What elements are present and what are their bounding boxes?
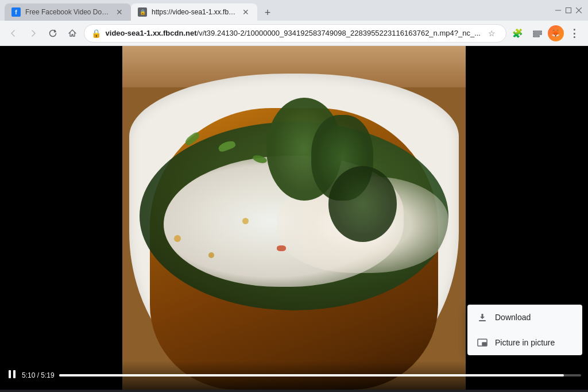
svg-rect-5	[533, 33, 541, 34]
svg-rect-6	[533, 36, 539, 37]
context-menu-pip[interactable]: Picture in picture	[467, 330, 582, 355]
tab-title-facebook: Free Facebook Video Downloade...	[25, 8, 110, 16]
menu-button[interactable]: ⋮	[565, 24, 583, 43]
address-bar[interactable]: 🔒 video-sea1-1.xx.fbcdn.net/v/t39.24130-…	[84, 24, 506, 43]
svg-rect-10	[9, 370, 11, 378]
context-menu-download[interactable]: Download	[467, 305, 582, 330]
tab-bar: f Free Facebook Video Downloade... ✕ 🔒 h…	[5, 0, 549, 21]
play-pause-button[interactable]	[7, 369, 17, 382]
tab-video[interactable]: 🔒 https://video-sea1-1.xx.fbcd... ✕	[131, 3, 257, 21]
profile-avatar[interactable]: 🦊	[548, 25, 564, 41]
tab-facebook[interactable]: f Free Facebook Video Downloade... ✕	[5, 3, 131, 21]
window-controls	[554, 6, 583, 15]
download-icon	[477, 312, 488, 323]
svg-rect-9	[482, 343, 486, 345]
video-container: Download Picture in picture 5:10 / 5:19	[0, 46, 588, 390]
add-tab-button[interactable]: +	[260, 5, 276, 21]
time-display: 5:10 / 5:19	[22, 371, 55, 379]
forward-button[interactable]	[24, 24, 41, 43]
tab-close-video[interactable]: ✕	[241, 7, 250, 17]
tab-favicon-facebook: f	[11, 7, 21, 17]
pip-label: Picture in picture	[495, 338, 555, 347]
extensions-button[interactable]: 🧩	[509, 24, 527, 43]
address-text: video-sea1-1.xx.fbcdn.net/v/t39.24130-2/…	[106, 29, 481, 37]
tab-title-video: https://video-sea1-1.xx.fbcd...	[152, 8, 237, 16]
back-button[interactable]	[5, 24, 22, 43]
tab-favicon-video: 🔒	[138, 7, 147, 17]
svg-rect-11	[13, 370, 16, 378]
toolbar-right: 🧩 🦊 ⋮	[509, 24, 583, 43]
svg-rect-7	[479, 320, 486, 321]
download-label: Download	[495, 313, 531, 322]
home-button[interactable]	[64, 24, 81, 43]
title-bar: f Free Facebook Video Downloade... ✕ 🔒 h…	[0, 0, 588, 21]
progress-bar[interactable]	[59, 374, 581, 376]
svg-rect-0	[555, 10, 561, 11]
video-frame	[122, 46, 466, 390]
security-icon: 🔒	[91, 29, 101, 38]
close-button[interactable]	[574, 6, 583, 15]
account-button[interactable]	[528, 24, 547, 43]
reload-button[interactable]	[44, 24, 61, 43]
svg-rect-4	[533, 31, 541, 32]
maximize-button[interactable]	[564, 6, 573, 15]
tab-close-facebook[interactable]: ✕	[115, 7, 124, 17]
bookmark-star-icon[interactable]: ☆	[485, 26, 499, 40]
video-controls: 5:10 / 5:19	[0, 361, 588, 390]
address-domain: video-sea1-1.xx.fbcdn.net	[106, 29, 197, 37]
address-path: /v/t39.24130-2/10000000_934192583749098_…	[197, 29, 481, 37]
nav-bar: 🔒 video-sea1-1.xx.fbcdn.net/v/t39.24130-…	[0, 21, 588, 46]
svg-rect-1	[566, 8, 571, 13]
minimize-button[interactable]	[554, 6, 563, 15]
progress-fill	[59, 374, 564, 376]
pip-icon	[477, 337, 488, 348]
browser-chrome: f Free Facebook Video Downloade... ✕ 🔒 h…	[0, 0, 588, 46]
context-menu: Download Picture in picture	[467, 305, 582, 355]
